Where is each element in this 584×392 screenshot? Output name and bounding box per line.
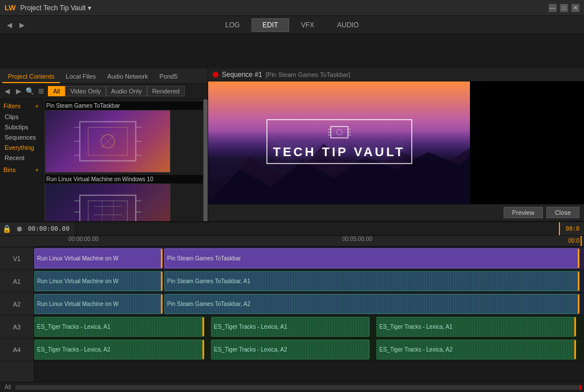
- search-button[interactable]: 🔍: [25, 87, 34, 96]
- app-icon: LW: [5, 3, 16, 12]
- tab-project-contents[interactable]: Project Contents: [2, 71, 60, 83]
- clip-block[interactable]: Pin Steam Games ToTaskbar, A2: [164, 294, 579, 314]
- nav-back-button[interactable]: ◀: [2, 87, 11, 96]
- track-labels: V1 A1 A2 A3 A4: [0, 247, 34, 382]
- track-a2: Run Linux Virtual Machine on W Pin Steam…: [34, 293, 584, 316]
- clip-block[interactable]: ES_Tiger Tracks - Lexica, A1: [211, 317, 370, 337]
- clip-block-label: Run Linux Virtual Machine on W: [37, 255, 119, 262]
- timeline-tracks: V1 A1 A2 A3 A4 Run Linux Virtual Machine…: [0, 247, 584, 382]
- svg-point-37: [336, 129, 342, 135]
- window-title: Project Tech Tip Vault ▾: [21, 4, 549, 12]
- clip-item[interactable]: Pin Steam Games ToTaskbar: [45, 101, 205, 173]
- clip-block-label: ES_Tiger Tracks - Lexica, A2: [37, 346, 111, 353]
- view-toggle-button[interactable]: ⊞: [36, 87, 46, 96]
- sequence-subtitle: [Pin Steam Games ToTaskbar]: [266, 71, 350, 78]
- clip-block-label: Pin Steam Games ToTaskbar, A2: [167, 301, 250, 307]
- track-label-a1: A1: [0, 270, 34, 293]
- clip-block-label: ES_Tiger Tracks - Lexica, A1: [214, 324, 287, 330]
- bottom-scrollbar[interactable]: [15, 385, 582, 390]
- track-a3: ES_Tiger Tracks - Lexica, A1 ES_Tiger Tr…: [34, 316, 584, 338]
- close-button[interactable]: Close: [546, 207, 579, 218]
- project-nav: ◀ ▶: [5, 21, 26, 30]
- tab-log[interactable]: LOG: [214, 18, 250, 32]
- sidebar-item-clips[interactable]: Clips: [0, 112, 42, 122]
- menubar: ◀ ▶ LOG EDIT VFX AUDIO: [0, 16, 584, 34]
- all-label-text: All: [5, 384, 11, 390]
- preview-button[interactable]: Preview: [504, 207, 543, 218]
- filter-all[interactable]: All: [48, 86, 65, 96]
- tab-vfx[interactable]: VFX: [290, 18, 325, 32]
- add-filter-icon[interactable]: +: [35, 103, 39, 109]
- forward-button[interactable]: ▶: [17, 21, 26, 30]
- window-controls: — □ ✕: [549, 4, 579, 12]
- timeline-timecode: 00:00:00.00: [28, 225, 70, 232]
- clip-block[interactable]: Run Linux Virtual Machine on W: [34, 271, 163, 291]
- back-button[interactable]: ◀: [5, 21, 14, 30]
- clip-label: Run Linux Virtual Machine on Windows 10: [45, 175, 205, 183]
- panel-tabs: Project Contents Local Files Audio Netwo…: [0, 68, 208, 84]
- add-bin-icon[interactable]: +: [35, 166, 39, 173]
- clip-block-label: ES_Tiger Tracks - Lexica, A1: [37, 324, 111, 330]
- preview-black-panel: [470, 81, 584, 204]
- sequence-title: Sequence #1: [222, 71, 262, 79]
- tab-local-files[interactable]: Local Files: [60, 71, 102, 83]
- timeline: 🔒 ⏺ 00:00:00.00 00:0 00:00:00.00 00:05:0…: [0, 221, 584, 392]
- bins-label: Bins: [3, 166, 15, 173]
- clip-block[interactable]: ES_Tiger Tracks - Lexica, A2: [211, 340, 370, 360]
- ruler-end-mark: 00:0: [569, 238, 579, 244]
- preview-logo: TECH TIP VAULT: [266, 119, 412, 166]
- nav-forward-button[interactable]: ▶: [14, 87, 23, 96]
- clip-block-label: Pin Steam Games ToTaskbar: [167, 255, 241, 262]
- clip-block[interactable]: ES_Tiger Tracks - Lexica, A2: [34, 340, 204, 360]
- filter-rendered[interactable]: Rendered: [147, 86, 185, 96]
- timeline-lock-icon[interactable]: 🔒: [2, 224, 11, 233]
- track-v1: Run Linux Virtual Machine on W Pin Steam…: [34, 247, 584, 270]
- clip-block[interactable]: ES_Tiger Tracks - Lexica, A1: [376, 317, 576, 337]
- filter-bar: ◀ ▶ 🔍 ⊞ All Video Only Audio Only Render…: [0, 84, 208, 99]
- record-indicator: [213, 72, 218, 77]
- tab-pond5[interactable]: Pond5: [153, 71, 183, 83]
- ruler-mid-mark: 00:05:00.00: [342, 236, 372, 242]
- clip-block[interactable]: Run Linux Virtual Machine on W: [34, 248, 163, 268]
- sidebar-item-everything[interactable]: Everything: [0, 142, 42, 153]
- filter-tabs: All Video Only Audio Only Rendered: [48, 86, 205, 96]
- clip-block[interactable]: Run Linux Virtual Machine on W: [34, 294, 163, 314]
- scrollbar-indicator: [579, 385, 582, 390]
- close-button[interactable]: ✕: [571, 4, 579, 12]
- clip-block-label: ES_Tiger Tracks - Lexica, A1: [379, 324, 453, 330]
- track-a1: Run Linux Virtual Machine on W Pin Steam…: [34, 270, 584, 293]
- timeline-audio-icon[interactable]: ⏺: [16, 224, 23, 233]
- tab-audio[interactable]: AUDIO: [326, 18, 370, 32]
- timeline-end-marker: 00:0: [566, 226, 579, 232]
- clip-thumbnail: [45, 110, 171, 173]
- sidebar-item-sequences[interactable]: Sequences: [0, 132, 42, 142]
- track-label-v1: V1: [0, 247, 34, 270]
- maximize-button[interactable]: □: [560, 4, 568, 12]
- tab-audio-network[interactable]: Audio Network: [102, 71, 154, 83]
- timeline-playhead: [559, 222, 560, 235]
- filter-audio-only[interactable]: Audio Only: [106, 86, 147, 96]
- all-label: All: [0, 382, 584, 392]
- clip-block[interactable]: Pin Steam Games ToTaskbar: [164, 248, 579, 268]
- preview-controls: Preview Close: [208, 204, 584, 220]
- clip-block-label: ES_Tiger Tracks - Lexica, A2: [379, 346, 453, 353]
- preview-area: TECH TIP VAULT: [208, 81, 584, 204]
- logo-text: TECH TIP VAULT: [273, 145, 405, 160]
- sidebar-item-recent[interactable]: Recent: [0, 153, 42, 163]
- clip-block[interactable]: Pin Steam Games ToTaskbar, A1: [164, 271, 579, 291]
- clip-block-label: Run Linux Virtual Machine on W: [37, 301, 119, 307]
- tab-edit[interactable]: EDIT: [252, 18, 289, 32]
- clip-block[interactable]: ES_Tiger Tracks - Lexica, A2: [376, 340, 576, 360]
- clip-block[interactable]: ES_Tiger Tracks - Lexica, A1: [34, 317, 204, 337]
- sidebar-item-subclips[interactable]: Subclips: [0, 122, 42, 132]
- track-label-a2: A2: [0, 293, 34, 316]
- ruler-zero-mark: 00:00:00.00: [68, 236, 99, 242]
- filter-video-only[interactable]: Video Only: [65, 86, 106, 96]
- clip-label: Pin Steam Games ToTaskbar: [45, 101, 205, 110]
- track-content: Run Linux Virtual Machine on W Pin Steam…: [34, 247, 584, 382]
- timeline-time-ruler: [74, 222, 561, 235]
- logo-box: TECH TIP VAULT: [266, 119, 412, 164]
- minimize-button[interactable]: —: [549, 4, 557, 12]
- sidebar-filters-header: Filters +: [0, 101, 42, 112]
- track-label-a4: A4: [0, 338, 34, 361]
